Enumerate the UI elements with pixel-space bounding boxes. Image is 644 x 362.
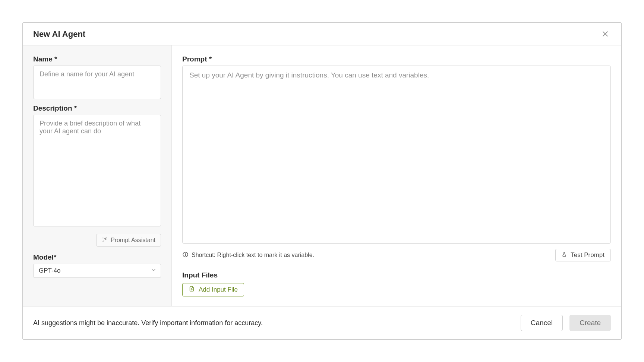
name-input[interactable] [33, 66, 161, 99]
name-label: Name * [33, 55, 161, 63]
prompt-meta-row: Shortcut: Right-click text to mark it as… [182, 249, 611, 261]
test-prompt-button[interactable]: Test Prompt [555, 249, 611, 261]
footer-note: AI suggestions might be inaccurate. Veri… [33, 319, 263, 327]
add-input-file-button[interactable]: Add Input File [182, 283, 244, 296]
test-prompt-label: Test Prompt [571, 251, 604, 259]
close-button[interactable] [600, 29, 611, 40]
modal-header: New AI Agent [23, 23, 621, 45]
prompt-assistant-button[interactable]: Prompt Assistant [96, 234, 161, 247]
modal-title: New AI Agent [33, 29, 85, 39]
name-field-group: Name * [33, 55, 161, 101]
right-panel: Prompt * Shortcut: Right-click text to m… [172, 45, 621, 306]
prompt-label: Prompt * [182, 55, 611, 63]
model-select[interactable] [33, 264, 161, 278]
file-upload-icon [189, 286, 195, 294]
add-input-file-label: Add Input File [199, 286, 238, 293]
cancel-button[interactable]: Cancel [521, 315, 563, 331]
description-input[interactable] [33, 115, 161, 226]
description-label: Description * [33, 104, 161, 112]
new-ai-agent-modal: New AI Agent Name * Description * [22, 22, 622, 340]
left-panel: Name * Description * Prompt Assistant Mo… [23, 45, 172, 306]
model-select-wrap [33, 264, 161, 278]
info-icon [182, 251, 189, 259]
shortcut-hint: Shortcut: Right-click text to mark it as… [182, 251, 314, 259]
footer-actions: Cancel Create [521, 315, 611, 331]
input-files-label: Input Files [182, 271, 611, 279]
description-field-group: Description * [33, 104, 161, 228]
prompt-input[interactable] [182, 66, 611, 244]
model-field-group: Model* [33, 253, 161, 278]
close-icon [602, 30, 609, 39]
shortcut-text: Shortcut: Right-click text to mark it as… [192, 252, 314, 258]
input-files-section: Input Files Add Input File [182, 271, 611, 296]
svg-point-4 [185, 253, 186, 253]
magic-wand-icon [102, 236, 108, 244]
modal-body: Name * Description * Prompt Assistant Mo… [23, 45, 621, 306]
prompt-assistant-row: Prompt Assistant [33, 234, 161, 247]
model-label: Model* [33, 253, 161, 261]
prompt-assistant-label: Prompt Assistant [111, 237, 155, 244]
modal-footer: AI suggestions might be inaccurate. Veri… [23, 306, 621, 339]
create-button[interactable]: Create [569, 315, 611, 331]
beaker-icon [562, 251, 567, 259]
